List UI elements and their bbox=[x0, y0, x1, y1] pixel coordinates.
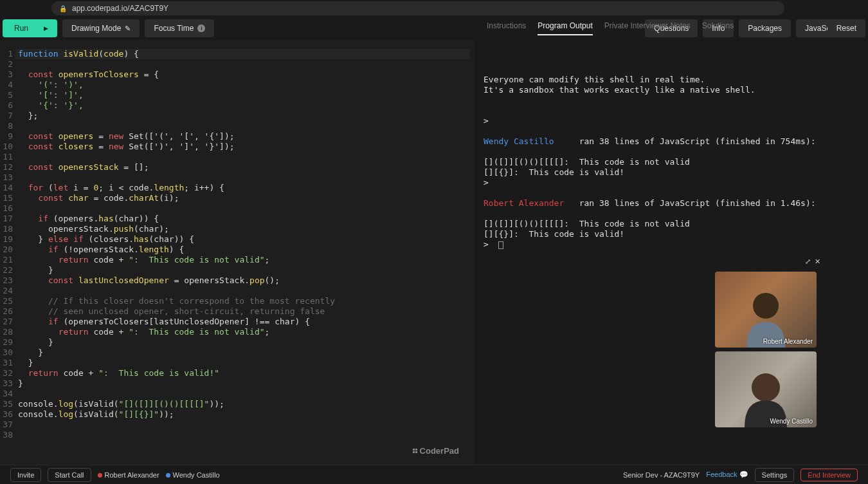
output-user-robert: Robert Alexander bbox=[484, 198, 564, 208]
expand-icon[interactable]: ⤢ bbox=[805, 257, 811, 268]
line-gutter: 1234567891011121314151617181920212223242… bbox=[0, 40, 15, 465]
video-card-robert[interactable]: Robert Alexander bbox=[715, 272, 817, 348]
svg-point-1 bbox=[752, 373, 780, 402]
presence-robert: Robert Alexander bbox=[98, 471, 159, 479]
tab-solutions[interactable]: Solutions bbox=[702, 21, 734, 35]
feedback-link[interactable]: Feedback 💬 bbox=[706, 470, 748, 479]
video-call-panel[interactable]: ⤢ ✕ Robert Alexander Wendy Castillo bbox=[715, 257, 820, 427]
session-label: Senior Dev - AZAC9T9Y bbox=[623, 471, 700, 479]
shell-cursor bbox=[498, 241, 503, 249]
video-card-wendy[interactable]: Wendy Castillo bbox=[715, 351, 817, 427]
close-icon[interactable]: ✕ bbox=[815, 257, 820, 268]
coderpad-watermark: CoderPad bbox=[413, 446, 459, 456]
tab-private-notes[interactable]: Private Interviewer Notes bbox=[604, 21, 691, 35]
drawing-mode-button[interactable]: Drawing Mode ✎ bbox=[62, 19, 140, 37]
end-interview-button[interactable]: End Interview bbox=[800, 469, 858, 481]
output-user-wendy: Wendy Castillo bbox=[484, 136, 554, 146]
reset-button[interactable]: Reset bbox=[827, 19, 865, 37]
start-call-button[interactable]: Start Call bbox=[48, 468, 91, 482]
code-editor[interactable]: 1234567891011121314151617181920212223242… bbox=[0, 40, 475, 465]
focus-time-button[interactable]: Focus Time i bbox=[145, 19, 214, 37]
svg-point-0 bbox=[753, 293, 779, 319]
footer-bar: Invite Start Call Robert Alexander Wendy… bbox=[0, 465, 868, 484]
tab-instructions[interactable]: Instructions bbox=[487, 21, 526, 35]
video-label: Wendy Castillo bbox=[770, 418, 813, 425]
info-icon: i bbox=[197, 24, 205, 32]
play-icon: ▶ bbox=[44, 25, 48, 32]
grid-icon bbox=[413, 449, 417, 453]
lock-icon: 🔒 bbox=[59, 5, 67, 12]
url-field[interactable]: 🔒 app.coderpad.io/AZAC9T9Y bbox=[51, 1, 784, 15]
run-button[interactable]: Run ▶ bbox=[3, 19, 57, 37]
invite-button[interactable]: Invite bbox=[10, 468, 41, 482]
video-label: Robert Alexander bbox=[763, 338, 813, 345]
presence-wendy: Wendy Castillo bbox=[166, 471, 220, 479]
browser-url-bar: 🔒 app.coderpad.io/AZAC9T9Y bbox=[0, 0, 868, 17]
chat-icon: 💬 bbox=[739, 470, 748, 478]
pencil-icon: ✎ bbox=[125, 24, 131, 33]
output-tabs-bar: Instructions Program Output Private Inte… bbox=[480, 19, 865, 37]
code-content[interactable]: function isValid(code) { const openersTo… bbox=[15, 40, 475, 465]
settings-button[interactable]: Settings bbox=[755, 468, 795, 482]
tab-program-output[interactable]: Program Output bbox=[538, 21, 592, 35]
url-text: app.coderpad.io/AZAC9T9Y bbox=[72, 4, 168, 13]
